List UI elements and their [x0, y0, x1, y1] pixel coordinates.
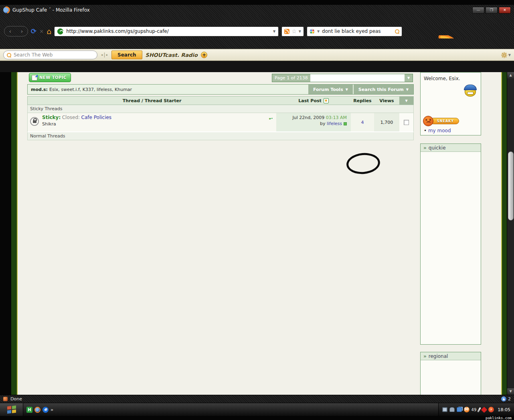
column-thread[interactable]: Thread / Thread Starter [28, 97, 276, 105]
search-go-icon[interactable] [395, 29, 399, 34]
site-favicon [57, 28, 63, 34]
hamachi-quicklaunch-icon[interactable]: H [26, 407, 32, 413]
firefox-quicklaunch-icon[interactable] [34, 407, 40, 413]
toolbar-search-placeholder: Search The Web [14, 52, 53, 58]
quick-launch: H e » [23, 407, 57, 413]
thread-title-cell: Sticky: Closed: Cafe Policies Shikra ➶ [28, 113, 276, 131]
close-button[interactable]: ✕ [499, 7, 511, 14]
new-topic-button[interactable]: NEW TOPIC [29, 73, 71, 82]
watermark-text: paklinks.com [486, 416, 512, 420]
firefox-app-icon [3, 7, 10, 13]
url-text[interactable]: http://www.paklinks.com/gs/gupshup-cafe/ [66, 28, 169, 34]
sticky-thread-row[interactable]: Sticky: Closed: Cafe Policies Shikra ➶ J… [27, 113, 414, 132]
restore-button[interactable]: ❐ [486, 7, 498, 14]
back-forward-buttons[interactable]: ‹› [4, 26, 28, 36]
page-indicator: Page 1 of 2138 [272, 74, 310, 82]
quickie-body [421, 152, 481, 155]
tab-bar [0, 61, 514, 72]
column-replies[interactable]: Replies [351, 97, 374, 105]
column-last-post[interactable]: Last Post ▼ [276, 97, 351, 105]
rss-icon[interactable] [284, 29, 289, 34]
lock-icon [30, 117, 39, 126]
pagination: Page 1 of 2138 ▼ [272, 74, 413, 82]
vertical-scrollbar[interactable]: ▲ ▼ [507, 72, 514, 395]
regional-header: »regional [421, 352, 481, 360]
settings-dropdown-icon[interactable]: ▼ [508, 53, 511, 57]
start-button[interactable] [0, 403, 23, 416]
scroll-up-arrow[interactable]: ▲ [507, 72, 514, 79]
url-bar[interactable]: http://www.paklinks.com/gs/gupshup-cafe/… [54, 26, 279, 36]
forward-icon[interactable]: › [21, 28, 23, 34]
quickie-header: »quickie [421, 144, 481, 152]
add-station-button[interactable]: + [201, 52, 207, 58]
magnifier-icon [7, 53, 11, 57]
status-text: Done [10, 396, 22, 402]
taskbar: H e » 50 49 ⚡ 18:05 [0, 403, 514, 416]
shoutcast-logo: SHOUTcast. Radio [146, 52, 198, 58]
window-titlebar: GupShup Cafe ´ - Mozilla Firefox — ❐ ✕ [0, 5, 514, 15]
column-select-dropdown[interactable]: ▼ [399, 97, 413, 105]
search-engine-dropdown-icon[interactable]: ▼ [317, 30, 320, 33]
system-tray: 50 49 ⚡ 18:05 [438, 403, 514, 416]
scrollbar-thumb[interactable] [508, 151, 514, 220]
replies-cell[interactable]: 4 [351, 113, 374, 131]
page-left-margin [11, 72, 17, 395]
thread-checkbox[interactable] [404, 120, 409, 125]
url-dropdown-icon[interactable]: ▼ [273, 30, 275, 33]
network-tray-icon[interactable] [457, 407, 462, 412]
thread-title-link[interactable]: Cafe Policies [81, 115, 112, 120]
home-icon[interactable]: ⌂ [47, 28, 51, 35]
closed-label: Closed: [62, 115, 80, 120]
sort-arrow-icon: ▼ [324, 98, 329, 103]
browser-viewport: NEW TOPIC Page 1 of 2138 ▼ mod.s: Esix, … [0, 72, 514, 395]
winamp-tray-icon[interactable]: ⚡ [488, 407, 494, 412]
new-topic-label: NEW TOPIC [39, 75, 67, 80]
last-post-cell: Jul 22nd, 2009 03:13 AM by lifeless [276, 113, 351, 131]
gear-icon[interactable] [501, 52, 507, 58]
reload-icon[interactable]: ⟳ [31, 27, 36, 35]
bookmarks-toolbar [0, 38, 514, 49]
shoutcast-toolbar: Search The Web ∙|∙ Search SHOUTcast. Rad… [0, 49, 514, 61]
regional-box: »regional [420, 352, 481, 395]
table-header: Thread / Thread Starter Last Post ▼ Repl… [27, 96, 414, 105]
last-poster-link[interactable]: lifeless [327, 121, 342, 126]
search-this-forum-button[interactable]: Search this Forum▼ [353, 85, 413, 94]
mood-row: SNEAKY [423, 116, 459, 126]
display-tray-icon[interactable] [442, 407, 447, 412]
mouse-tray-icon[interactable] [449, 407, 455, 412]
regional-body [421, 360, 481, 363]
badge-tray-icon[interactable]: 50 [464, 407, 469, 412]
toolbar-settings[interactable]: ▼ [501, 52, 511, 58]
minimize-button[interactable]: — [472, 7, 484, 14]
hand-drawn-circle-annotation [346, 151, 381, 175]
quicklaunch-overflow-chevron[interactable]: » [51, 407, 53, 412]
toolbar-search-input[interactable]: Search The Web [3, 50, 97, 59]
thread-table: Thread / Thread Starter Last Post ▼ Repl… [27, 96, 414, 140]
window-title: GupShup Cafe ´ - Mozilla Firefox [12, 7, 90, 13]
section-normal-threads: Normal Threads [27, 132, 414, 140]
watermark-strip: paklinks.com [0, 416, 514, 420]
pagination-dropdown[interactable]: ▼ [405, 74, 413, 82]
pen-tray-icon[interactable] [477, 407, 481, 412]
forum-tools-button[interactable]: Forum Tools▼ [308, 85, 353, 94]
bookmark-star-icon[interactable]: ☆ [291, 28, 297, 34]
web-search-bar[interactable]: ▼ dont lie black eyed peas [307, 26, 402, 36]
column-views[interactable]: Views [374, 97, 399, 105]
update-count: 2 [508, 396, 511, 402]
goto-last-post-icon[interactable] [344, 122, 347, 125]
alert-tray-icon[interactable] [481, 406, 488, 413]
stop-icon[interactable]: ✕ [39, 28, 44, 34]
bookmark-dropdown-icon[interactable]: ▼ [299, 30, 301, 33]
toolbar-search-button[interactable]: Search [111, 50, 142, 59]
back-icon[interactable]: ‹ [9, 28, 12, 34]
forum-tool-buttons: Forum Tools▼ Search this Forum▼ [308, 85, 413, 94]
sneaky-emoticon [423, 116, 433, 126]
my-mood-link[interactable]: my mood [424, 128, 451, 133]
scroll-down-arrow[interactable]: ▼ [507, 388, 514, 395]
search-query[interactable]: dont lie black eyed peas [322, 28, 381, 34]
ie-quicklaunch-icon[interactable]: e [42, 407, 49, 413]
mood-badge: SNEAKY [430, 118, 459, 124]
update-icon[interactable]: ▲ [501, 396, 506, 402]
screen: GupShup Cafe ´ - Mozilla Firefox — ❐ ✕ ‹… [0, 0, 514, 420]
google-icon[interactable] [310, 29, 315, 34]
